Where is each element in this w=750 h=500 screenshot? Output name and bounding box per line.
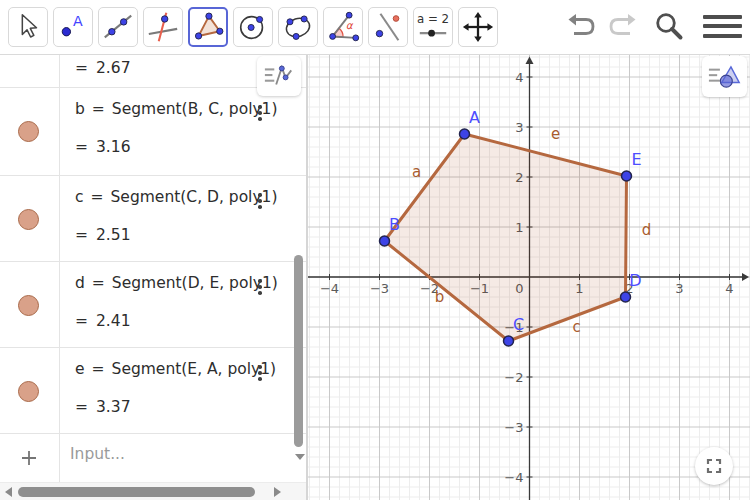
algebra-row-b[interactable]: b = Segment(B, C, poly1) = 3.16 bbox=[0, 88, 306, 176]
angle-tool-button[interactable]: α bbox=[323, 7, 363, 47]
toolbar: A bbox=[0, 0, 750, 55]
object-label: e bbox=[75, 360, 85, 378]
scroll-left-arrow[interactable] bbox=[5, 487, 12, 497]
undo-button[interactable] bbox=[568, 11, 598, 42]
equals-sign: = bbox=[75, 398, 88, 416]
equals-sign: = bbox=[75, 138, 88, 156]
x-tick-label: −4 bbox=[320, 281, 339, 296]
horizontal-scrollbar[interactable] bbox=[0, 482, 306, 500]
object-label: c bbox=[75, 188, 84, 206]
slider-icon: a = 2 bbox=[416, 10, 450, 44]
object-label: b bbox=[75, 100, 85, 118]
reflect-icon bbox=[371, 10, 405, 44]
segment-label-c: c bbox=[572, 318, 580, 336]
point-label-A: A bbox=[469, 108, 480, 127]
graphics-view: −4−3−2−112344321−1−2−3−40abcdeABCDE bbox=[308, 55, 750, 500]
polygon-tool-button[interactable] bbox=[188, 7, 228, 47]
point-label-B: B bbox=[389, 215, 400, 234]
angle-icon: α bbox=[326, 10, 360, 44]
horizontal-scrollbar-thumb[interactable] bbox=[18, 487, 255, 497]
angle-tool-label: α bbox=[346, 19, 354, 31]
graphics-style-icon bbox=[708, 63, 741, 91]
algebra-row-d[interactable]: d = Segment(D, E, poly1) = 2.41 bbox=[0, 262, 306, 348]
algebra-input[interactable] bbox=[68, 444, 272, 464]
line-icon bbox=[101, 10, 135, 44]
equals-sign: = bbox=[75, 312, 88, 330]
algebra-stylebar-button[interactable] bbox=[257, 56, 301, 96]
row-menu-icon[interactable] bbox=[256, 191, 264, 211]
equals-sign: = bbox=[91, 188, 104, 206]
row-menu-icon[interactable] bbox=[256, 277, 264, 297]
vertical-scrollbar-thumb[interactable] bbox=[294, 255, 303, 447]
equals-sign: = bbox=[75, 226, 88, 244]
object-definition: Segment(D, E, poly1) bbox=[112, 274, 278, 292]
polygon-icon bbox=[191, 10, 225, 44]
graphics-stylebar-button[interactable] bbox=[702, 56, 747, 97]
y-axis-arrow bbox=[526, 57, 534, 65]
graph-point-D[interactable] bbox=[621, 292, 631, 302]
slider-tool-button[interactable]: a = 2 bbox=[413, 7, 453, 47]
visibility-toggle-c[interactable] bbox=[18, 209, 39, 230]
graph-point-A[interactable] bbox=[460, 129, 470, 139]
circle-icon bbox=[236, 10, 270, 44]
y-tick-label: 4 bbox=[515, 70, 523, 85]
algebra-style-icon bbox=[263, 63, 295, 89]
scroll-down-arrow[interactable] bbox=[295, 454, 305, 460]
ellipse-tool-button[interactable] bbox=[278, 7, 318, 47]
line-tool-button[interactable] bbox=[98, 7, 138, 47]
move-graphics-view-tool-button[interactable] bbox=[458, 7, 498, 47]
fullscreen-button[interactable] bbox=[695, 447, 733, 485]
object-label: d bbox=[75, 274, 85, 292]
y-tick-label: 3 bbox=[515, 120, 523, 135]
circle-tool-button[interactable] bbox=[233, 7, 273, 47]
x-tick-label: 3 bbox=[675, 281, 683, 296]
algebra-input-row bbox=[0, 434, 306, 481]
point-label-C: C bbox=[513, 315, 524, 334]
point-tool-label: A bbox=[73, 13, 83, 29]
scroll-right-arrow[interactable] bbox=[274, 487, 281, 497]
algebra-row-e[interactable]: e = Segment(E, A, poly1) = 3.37 bbox=[0, 348, 306, 434]
graph-point-E[interactable] bbox=[622, 171, 632, 181]
point-label-E: E bbox=[631, 150, 641, 169]
fullscreen-icon bbox=[706, 458, 722, 474]
segment-d-value: 2.41 bbox=[96, 312, 131, 330]
segment-c-value: 2.51 bbox=[96, 226, 131, 244]
equals-sign: = bbox=[92, 274, 105, 292]
x-tick-label: −3 bbox=[370, 281, 389, 296]
equals-sign: = bbox=[92, 360, 105, 378]
graph-point-C[interactable] bbox=[504, 336, 514, 346]
menu-icon bbox=[703, 15, 742, 38]
ellipse-icon bbox=[281, 10, 315, 44]
point-tool-button[interactable]: A bbox=[53, 7, 93, 47]
equals-sign: = bbox=[92, 100, 105, 118]
reflect-tool-button[interactable] bbox=[368, 7, 408, 47]
segment-label-d: d bbox=[642, 221, 652, 239]
object-definition: Segment(C, D, poly1) bbox=[111, 188, 278, 206]
segment-label-a: a bbox=[412, 163, 421, 181]
segment-a-value: 2.67 bbox=[96, 59, 131, 77]
search-button[interactable] bbox=[653, 10, 685, 45]
visibility-toggle-e[interactable] bbox=[18, 381, 39, 402]
y-tick-label: −2 bbox=[504, 370, 523, 385]
graph-canvas[interactable]: −4−3−2−112344321−1−2−3−40abcdeABCDE bbox=[308, 55, 750, 500]
visibility-toggle-b[interactable] bbox=[18, 121, 39, 142]
move-tool-button[interactable] bbox=[8, 7, 48, 47]
redo-icon bbox=[606, 11, 636, 39]
row-menu-icon[interactable] bbox=[256, 103, 264, 123]
segment-b-value: 3.16 bbox=[96, 138, 131, 156]
plus-icon bbox=[20, 449, 38, 467]
undo-icon bbox=[568, 11, 598, 39]
algebra-view: = 2.67 b = Segment(B, C, poly1) = 3.16 c… bbox=[0, 55, 306, 500]
x-tick-label: 4 bbox=[725, 281, 733, 296]
visibility-toggle-d[interactable] bbox=[18, 295, 39, 316]
search-icon bbox=[653, 10, 685, 42]
segment-e-value: 3.37 bbox=[96, 398, 131, 416]
redo-button[interactable] bbox=[606, 11, 636, 42]
menu-button[interactable] bbox=[703, 15, 742, 38]
row-menu-icon[interactable] bbox=[256, 363, 264, 383]
point-label-D: D bbox=[629, 271, 641, 290]
equals-sign: = bbox=[75, 59, 88, 77]
perpendicular-line-tool-button[interactable] bbox=[143, 7, 183, 47]
algebra-row-c[interactable]: c = Segment(C, D, poly1) = 2.51 bbox=[0, 176, 306, 262]
graph-point-B[interactable] bbox=[380, 236, 390, 246]
